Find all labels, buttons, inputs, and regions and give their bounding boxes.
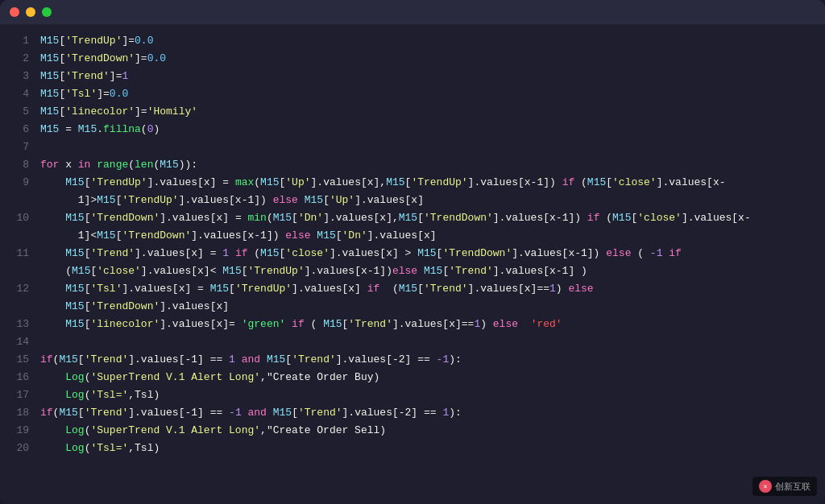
table-row: 9 M15['TrendUp'].values[x] = max(M15['Up…: [0, 174, 825, 209]
table-row: 4 M15['Tsl']=0.0: [0, 85, 825, 103]
table-row: 8 for x in range(len(M15)):: [0, 156, 825, 174]
table-row: 16 Log('SuperTrend V.1 Alert Long',"Crea…: [0, 369, 825, 386]
table-row: 17 Log('Tsl=',Tsl): [0, 386, 825, 404]
watermark-icon: ✕: [759, 480, 772, 493]
table-row: 5 M15['linecolor']='Homily': [0, 103, 825, 121]
table-row: 19 Log('SuperTrend V.1 Alert Long',"Crea…: [0, 422, 825, 440]
table-row: 7: [0, 138, 825, 156]
table-row: 2 M15['TrendDown']=0.0: [0, 50, 825, 68]
table-row: 15 if(M15['Trend'].values[-1] == 1 and M…: [0, 351, 825, 369]
table-row: 6 M15 = M15.fillna(0): [0, 121, 825, 138]
table-row: 1 M15['TrendUp']=0.0: [0, 32, 825, 50]
watermark: ✕ 创新互联: [752, 477, 817, 496]
close-button[interactable]: [10, 7, 19, 17]
watermark-text: 创新互联: [775, 481, 810, 493]
table-row: 12 M15['Tsl'].values[x] = M15['TrendUp']…: [0, 280, 825, 316]
table-row: 20 Log('Tsl=',Tsl): [0, 440, 825, 457]
table-row: 10 M15['TrendDown'].values[x] = min(M15[…: [0, 209, 825, 245]
minimize-button[interactable]: [26, 7, 35, 17]
table-row: 13 M15['linecolor'].values[x]= 'green' i…: [0, 316, 825, 333]
window: 1 M15['TrendUp']=0.0 2 M15['TrendDown']=…: [0, 0, 825, 504]
table-row: 3 M15['Trend']=1: [0, 68, 825, 85]
table-row: 11 M15['Trend'].values[x] = 1 if (M15['c…: [0, 245, 825, 280]
table-row: 14: [0, 333, 825, 351]
titlebar: [0, 0, 825, 24]
code-area: 1 M15['TrendUp']=0.0 2 M15['TrendDown']=…: [0, 24, 825, 504]
table-row: 18 if(M15['Trend'].values[-1] == -1 and …: [0, 404, 825, 422]
maximize-button[interactable]: [42, 7, 52, 17]
